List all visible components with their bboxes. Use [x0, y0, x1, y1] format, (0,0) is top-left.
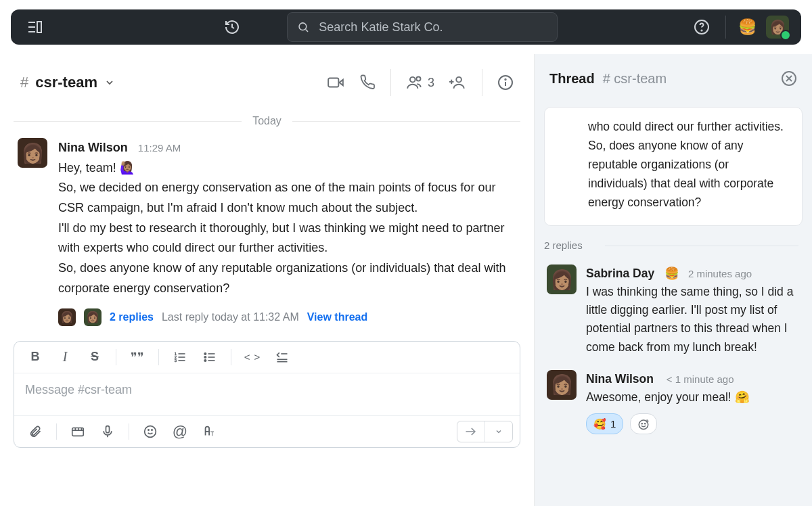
svg-rect-38 — [106, 426, 110, 433]
thread-reply: 👩🏽 Nina Wilson < 1 minute ago Awesome, e… — [535, 363, 812, 442]
send-button[interactable] — [457, 421, 484, 442]
emoji-picker-icon[interactable] — [136, 420, 164, 443]
message-text: Hey, team! 🙋🏽‍♀️ So, we decided on energ… — [58, 158, 516, 299]
svg-point-40 — [145, 426, 156, 438]
channel-name: csr-team — [35, 74, 97, 91]
code-button[interactable]: < > — [238, 346, 267, 369]
message: 👩🏽 Nina Wilson 11:29 AM Hey, team! 🙋🏽‍♀️… — [0, 138, 534, 326]
topbar: 🍔 👩🏽 — [0, 0, 812, 54]
topbar-inner: 🍔 👩🏽 — [11, 9, 801, 45]
info-icon[interactable] — [497, 74, 514, 91]
reply-author[interactable]: Sabrina Day — [586, 264, 654, 283]
phone-call-icon[interactable] — [359, 74, 376, 91]
video-call-icon[interactable] — [327, 74, 344, 91]
send-button-group — [457, 421, 513, 442]
quote-button[interactable]: ❞❞ — [123, 346, 152, 369]
status-emoji[interactable]: 🍔 — [738, 18, 757, 36]
date-divider: Today — [0, 115, 534, 127]
reply-time: < 1 minute ago — [667, 373, 734, 385]
svg-point-17 — [505, 79, 505, 80]
svg-marker-9 — [339, 80, 342, 86]
svg-point-11 — [416, 77, 420, 81]
svg-point-7 — [701, 30, 702, 30]
divider — [482, 69, 482, 96]
svg-line-5 — [306, 29, 308, 31]
message-time: 11:29 AM — [138, 142, 181, 154]
sidebar-toggle-icon[interactable] — [23, 16, 46, 39]
reply-avatar: 👩🏽 — [58, 308, 76, 326]
svg-point-29 — [204, 360, 206, 362]
thread-header: Thread # csr-team — [535, 54, 812, 103]
svg-point-51 — [645, 423, 646, 423]
channel-name-dropdown[interactable]: # csr-team — [20, 74, 115, 91]
reply-text: Awesome, enjoy your meal! 🤗 — [586, 388, 800, 407]
composer: B I S ❞❞ 123 < > @ T — [14, 341, 520, 448]
svg-point-42 — [152, 430, 152, 430]
svg-point-50 — [641, 423, 642, 423]
main: # csr-team 3 Today 👩🏽 — [0, 54, 812, 506]
thread-channel[interactable]: # csr-team — [603, 71, 667, 87]
reaction[interactable]: 🥰 1 — [586, 413, 623, 434]
reply-avatar[interactable]: 👩🏽 — [547, 264, 577, 294]
members-button[interactable]: 3 — [406, 74, 434, 91]
bold-button[interactable]: B — [21, 346, 49, 369]
action-toolbar: @ T — [14, 415, 520, 447]
thread-label: Thread — [549, 71, 595, 87]
hash-icon: # — [20, 74, 28, 91]
svg-point-4 — [299, 23, 307, 30]
codeblock-button[interactable] — [268, 346, 296, 369]
help-icon[interactable] — [690, 16, 713, 39]
view-thread-link[interactable]: View thread — [307, 308, 368, 326]
mention-icon[interactable]: @ — [166, 420, 194, 443]
send-options-button[interactable] — [485, 421, 512, 442]
thread-panel: Thread # csr-team who could direct our f… — [535, 54, 812, 506]
thread-reply: 👩🏽 Sabrina Day 🍔 2 minutes ago I was thi… — [535, 258, 812, 363]
reply-author[interactable]: Nina Wilson — [586, 370, 654, 388]
chevron-down-icon — [104, 77, 115, 88]
reply-time: 2 minutes ago — [688, 268, 752, 279]
svg-text:3: 3 — [175, 359, 177, 363]
svg-point-10 — [410, 77, 415, 83]
replies-count[interactable]: 2 replies — [110, 308, 154, 326]
ordered-list-button[interactable]: 123 — [166, 346, 194, 369]
attach-icon[interactable] — [21, 420, 49, 443]
audio-clip-icon[interactable] — [93, 420, 122, 443]
message-author[interactable]: Nina Wilson — [58, 138, 128, 158]
italic-button[interactable]: I — [51, 346, 79, 369]
reactions: 🥰 1 — [586, 413, 800, 434]
svg-point-28 — [204, 356, 206, 359]
user-avatar[interactable]: 👩🏽 — [766, 16, 789, 39]
add-member-icon[interactable] — [449, 74, 467, 91]
channel-actions: 3 — [327, 69, 514, 96]
reply-status-emoji: 🍔 — [664, 267, 679, 280]
search-input[interactable] — [317, 20, 547, 35]
video-clip-icon[interactable] — [64, 420, 92, 443]
format-toolbar: B I S ❞❞ 123 < > — [14, 342, 520, 373]
reply-avatar[interactable]: 👩🏽 — [547, 370, 577, 400]
reply-text: I was thinking the same thing, so I did … — [586, 283, 800, 356]
replies-divider: 2 replies — [544, 239, 803, 251]
channel-pane: # csr-team 3 Today 👩🏽 — [0, 54, 535, 506]
svg-rect-3 — [37, 22, 41, 32]
divider — [725, 16, 726, 39]
thread-summary[interactable]: 👩🏽 👩🏽 2 replies Last reply today at 11:3… — [58, 308, 516, 326]
search-bar[interactable] — [287, 12, 558, 42]
svg-point-12 — [456, 77, 461, 83]
svg-rect-8 — [328, 78, 338, 87]
format-toggle-icon[interactable]: T — [196, 420, 224, 443]
svg-text:T: T — [210, 431, 214, 437]
channel-header: # csr-team 3 — [0, 54, 534, 111]
thread-original-message: who could direct our further activities.… — [544, 107, 803, 226]
close-thread-icon[interactable] — [781, 70, 797, 87]
message-avatar[interactable]: 👩🏽 — [18, 138, 47, 168]
svg-point-41 — [148, 430, 149, 430]
last-reply-time: Last reply today at 11:32 AM — [162, 308, 299, 326]
divider — [390, 69, 391, 96]
members-count: 3 — [428, 76, 434, 90]
add-reaction-icon[interactable] — [630, 413, 657, 434]
unordered-list-button[interactable] — [196, 346, 224, 369]
strike-button[interactable]: S — [81, 346, 109, 369]
reply-avatar: 👩🏽 — [84, 308, 102, 326]
history-icon[interactable] — [221, 16, 244, 39]
composer-input[interactable] — [14, 373, 520, 413]
